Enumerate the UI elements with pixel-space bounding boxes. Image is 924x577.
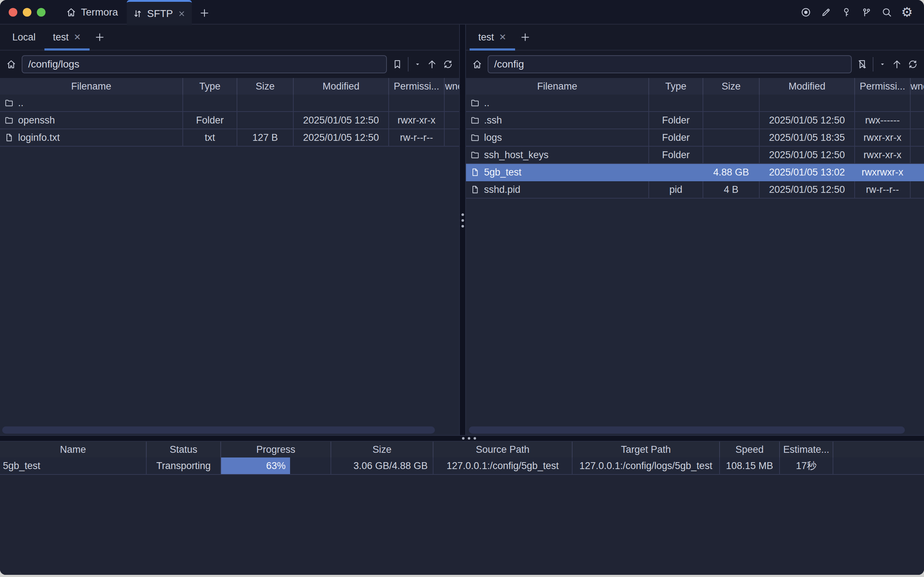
transfer-row-5gb_test[interactable]: 5gb_testTransporting63%3.06 GB/4.88 GB12… (0, 458, 924, 475)
column-header-type[interactable]: Type (649, 78, 703, 95)
right-bookmark-off-icon[interactable] (857, 59, 868, 70)
file-row-logs[interactable]: logsFolder2025/01/05 18:35rwxr-xr-x (466, 129, 924, 147)
left-tab-close-icon[interactable]: ✕ (74, 32, 81, 42)
app-name: Termora (81, 6, 118, 18)
home-tab[interactable]: Termora (66, 6, 118, 18)
file-icon (470, 168, 480, 177)
zoom-window-button[interactable] (37, 8, 45, 17)
column-header-permissi[interactable]: Permissi... (855, 78, 911, 95)
left-pathbar (0, 50, 459, 78)
right-home-icon[interactable] (472, 59, 482, 70)
settings-icon[interactable]: ⚙ (900, 5, 914, 20)
left-bookmark-icon[interactable] (392, 59, 403, 70)
left-tab-test-label: test (53, 32, 69, 43)
tab-close-icon[interactable] (177, 10, 186, 18)
column-header-type[interactable]: Type (183, 78, 237, 95)
right-refresh-icon[interactable] (907, 59, 918, 70)
cell-transfer-size: 3.06 GB/4.88 GB (331, 458, 434, 474)
cell-filename[interactable]: .. (0, 95, 183, 111)
filename-label: ssh_host_keys (484, 150, 549, 161)
transfer-column-progress[interactable]: Progress (221, 442, 331, 458)
left-home-icon[interactable] (6, 59, 17, 70)
column-header-modified[interactable]: Modified (760, 78, 855, 95)
file-row-ssh_host_keys[interactable]: ssh_host_keysFolder2025/01/05 12:50rwxr-… (466, 147, 924, 164)
tab-sftp[interactable]: SFTP (127, 0, 192, 25)
edit-icon[interactable] (819, 5, 834, 20)
cell-filename[interactable]: 5gb_test (466, 164, 649, 181)
cell-filename[interactable]: loginfo.txt (0, 129, 183, 146)
cell-modified (293, 95, 389, 111)
cell-size (703, 95, 760, 111)
cell-transfer-estimate: 17秒 (780, 458, 833, 474)
column-header-owner[interactable]: Owner (445, 78, 459, 95)
transfer-column-source-path[interactable]: Source Path (434, 442, 572, 458)
column-header-modified[interactable]: Modified (293, 78, 389, 95)
cell-filename[interactable]: ssh_host_keys (466, 147, 649, 163)
right-tab-test[interactable]: test ✕ (469, 24, 515, 50)
left-bookmark-caret-icon[interactable] (414, 60, 421, 68)
record-icon[interactable] (798, 5, 813, 20)
column-header-permissi[interactable]: Permissi... (389, 78, 445, 95)
pane-splitter-handle[interactable] (461, 213, 464, 216)
transfer-column-estimate-[interactable]: Estimate... (780, 442, 833, 458)
left-add-tab-button[interactable] (90, 24, 110, 50)
left-tab-local[interactable]: Local (3, 24, 44, 50)
right-tab-close-icon[interactable]: ✕ (499, 32, 506, 42)
left-hscrollbar-thumb[interactable] (2, 426, 435, 434)
cell-transfer-progress: 63% (221, 458, 331, 474)
transfer-splitter[interactable] (0, 435, 924, 442)
right-add-tab-button[interactable] (515, 24, 535, 50)
file-icon (470, 185, 480, 194)
column-header-size[interactable]: Size (703, 78, 760, 95)
file-row-..[interactable]: .. (466, 95, 924, 112)
left-path-input[interactable] (22, 55, 387, 73)
key-icon[interactable] (839, 5, 854, 20)
file-row-5gb_test[interactable]: 5gb_test4.88 GB2025/01/05 13:02rwxrwxr-x (466, 164, 924, 181)
column-header-filename[interactable]: Filename (0, 78, 183, 95)
cell-filename[interactable]: openssh (0, 112, 183, 129)
right-hscrollbar-thumb[interactable] (469, 426, 905, 434)
column-header-filename[interactable]: Filename (466, 78, 649, 95)
left-up-directory-icon[interactable] (427, 59, 437, 70)
new-tab-button[interactable] (197, 5, 213, 21)
transfer-row-spacer (833, 458, 924, 474)
left-refresh-icon[interactable] (442, 59, 453, 70)
transfer-panel: NameStatusProgressSizeSource PathTarget … (0, 442, 924, 575)
transfer-column-status[interactable]: Status (147, 442, 221, 458)
filename-label: .. (18, 97, 24, 109)
left-table-header: FilenameTypeSizeModifiedPermissi...Owner (0, 78, 459, 95)
transfer-column-name[interactable]: Name (0, 442, 147, 458)
pane-splitter[interactable] (459, 24, 466, 435)
cell-type: Folder (649, 147, 703, 163)
cell-modified (760, 95, 855, 111)
left-toolbar-divider (408, 57, 408, 71)
file-row-.ssh[interactable]: .sshFolder2025/01/05 12:50rwx------ (466, 112, 924, 129)
transfer-column-size[interactable]: Size (331, 442, 434, 458)
left-tab-test[interactable]: test ✕ (44, 24, 90, 50)
right-bookmark-caret-icon[interactable] (879, 60, 887, 68)
file-row-loginfo.txt[interactable]: loginfo.txttxt127 B2025/01/05 12:50rw-r-… (0, 129, 459, 147)
cell-filename[interactable]: sshd.pid (466, 181, 649, 198)
minimize-window-button[interactable] (23, 8, 31, 17)
transfer-column-target-path[interactable]: Target Path (572, 442, 720, 458)
right-up-directory-icon[interactable] (892, 59, 902, 70)
cell-permissions (389, 95, 445, 111)
column-header-size[interactable]: Size (237, 78, 293, 95)
cell-modified: 2025/01/05 18:35 (760, 129, 855, 146)
transfer-column-speed[interactable]: Speed (720, 442, 780, 458)
cell-filename[interactable]: .. (466, 95, 649, 111)
right-path-input[interactable] (488, 55, 852, 73)
transfer-splitter-handle[interactable] (462, 437, 464, 440)
titlebar-toolbar: ⚙ (798, 0, 914, 24)
cell-size (237, 112, 293, 129)
close-window-button[interactable] (9, 8, 17, 17)
cell-filename[interactable]: .ssh (466, 112, 649, 129)
cell-filename[interactable]: logs (466, 129, 649, 146)
file-row-..[interactable]: .. (0, 95, 459, 112)
screen: Termora SFTP ⚙ Local test ✕ (0, 0, 924, 577)
file-row-sshd.pid[interactable]: sshd.pidpid4 B2025/01/05 12:50rw-r--r-- (466, 181, 924, 198)
file-row-openssh[interactable]: opensshFolder2025/01/05 12:50rwxr-xr-x (0, 112, 459, 129)
search-icon[interactable] (879, 5, 894, 20)
column-header-owner[interactable]: Owner (911, 78, 924, 95)
port-forward-icon[interactable] (859, 5, 874, 20)
